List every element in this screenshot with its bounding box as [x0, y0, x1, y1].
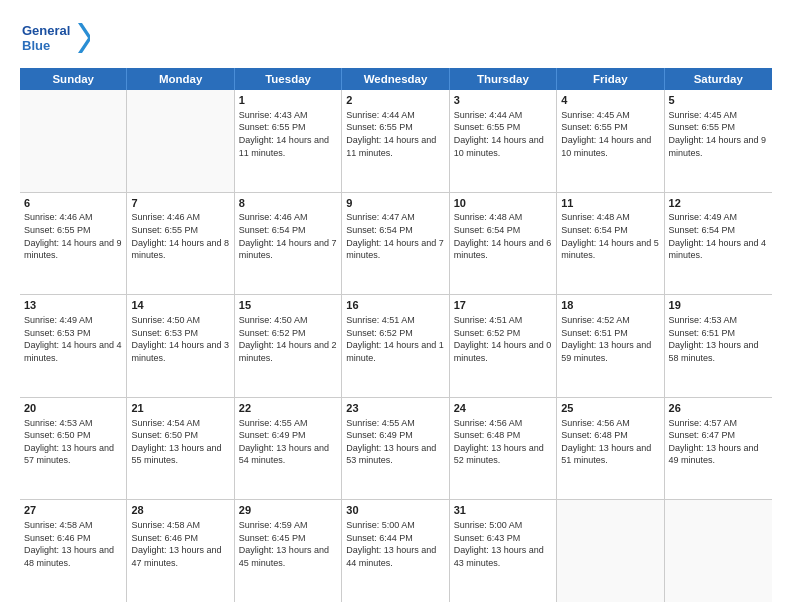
calendar-day-6: 6Sunrise: 4:46 AM Sunset: 6:55 PM Daylig… — [20, 193, 127, 295]
day-number: 28 — [131, 503, 229, 518]
day-number: 12 — [669, 196, 768, 211]
calendar-day-21: 21Sunrise: 4:54 AM Sunset: 6:50 PM Dayli… — [127, 398, 234, 500]
day-number: 26 — [669, 401, 768, 416]
sun-info: Sunrise: 4:50 AM Sunset: 6:52 PM Dayligh… — [239, 314, 337, 364]
sun-info: Sunrise: 4:52 AM Sunset: 6:51 PM Dayligh… — [561, 314, 659, 364]
day-number: 22 — [239, 401, 337, 416]
sun-info: Sunrise: 4:48 AM Sunset: 6:54 PM Dayligh… — [561, 211, 659, 261]
sun-info: Sunrise: 4:51 AM Sunset: 6:52 PM Dayligh… — [454, 314, 552, 364]
calendar-day-20: 20Sunrise: 4:53 AM Sunset: 6:50 PM Dayli… — [20, 398, 127, 500]
calendar-week-1: 1Sunrise: 4:43 AM Sunset: 6:55 PM Daylig… — [20, 90, 772, 193]
day-number: 16 — [346, 298, 444, 313]
calendar-header: SundayMondayTuesdayWednesdayThursdayFrid… — [20, 68, 772, 90]
svg-text:General: General — [22, 23, 70, 38]
calendar-day-11: 11Sunrise: 4:48 AM Sunset: 6:54 PM Dayli… — [557, 193, 664, 295]
day-number: 17 — [454, 298, 552, 313]
calendar-day-13: 13Sunrise: 4:49 AM Sunset: 6:53 PM Dayli… — [20, 295, 127, 397]
calendar-day-empty — [20, 90, 127, 192]
sun-info: Sunrise: 4:58 AM Sunset: 6:46 PM Dayligh… — [24, 519, 122, 569]
calendar-day-7: 7Sunrise: 4:46 AM Sunset: 6:55 PM Daylig… — [127, 193, 234, 295]
calendar-day-16: 16Sunrise: 4:51 AM Sunset: 6:52 PM Dayli… — [342, 295, 449, 397]
sun-info: Sunrise: 4:54 AM Sunset: 6:50 PM Dayligh… — [131, 417, 229, 467]
calendar-day-12: 12Sunrise: 4:49 AM Sunset: 6:54 PM Dayli… — [665, 193, 772, 295]
svg-marker-2 — [78, 23, 90, 53]
day-number: 13 — [24, 298, 122, 313]
sun-info: Sunrise: 4:46 AM Sunset: 6:55 PM Dayligh… — [131, 211, 229, 261]
sun-info: Sunrise: 4:45 AM Sunset: 6:55 PM Dayligh… — [561, 109, 659, 159]
logo-svg: General Blue — [20, 18, 90, 58]
header-day-saturday: Saturday — [665, 68, 772, 90]
sun-info: Sunrise: 4:49 AM Sunset: 6:53 PM Dayligh… — [24, 314, 122, 364]
calendar-day-19: 19Sunrise: 4:53 AM Sunset: 6:51 PM Dayli… — [665, 295, 772, 397]
calendar-day-17: 17Sunrise: 4:51 AM Sunset: 6:52 PM Dayli… — [450, 295, 557, 397]
day-number: 15 — [239, 298, 337, 313]
sun-info: Sunrise: 4:59 AM Sunset: 6:45 PM Dayligh… — [239, 519, 337, 569]
sun-info: Sunrise: 4:56 AM Sunset: 6:48 PM Dayligh… — [454, 417, 552, 467]
calendar-day-31: 31Sunrise: 5:00 AM Sunset: 6:43 PM Dayli… — [450, 500, 557, 602]
sun-info: Sunrise: 4:45 AM Sunset: 6:55 PM Dayligh… — [669, 109, 768, 159]
calendar-day-10: 10Sunrise: 4:48 AM Sunset: 6:54 PM Dayli… — [450, 193, 557, 295]
calendar-day-28: 28Sunrise: 4:58 AM Sunset: 6:46 PM Dayli… — [127, 500, 234, 602]
header-day-tuesday: Tuesday — [235, 68, 342, 90]
calendar-day-4: 4Sunrise: 4:45 AM Sunset: 6:55 PM Daylig… — [557, 90, 664, 192]
calendar-week-3: 13Sunrise: 4:49 AM Sunset: 6:53 PM Dayli… — [20, 295, 772, 398]
sun-info: Sunrise: 4:48 AM Sunset: 6:54 PM Dayligh… — [454, 211, 552, 261]
day-number: 21 — [131, 401, 229, 416]
sun-info: Sunrise: 4:44 AM Sunset: 6:55 PM Dayligh… — [346, 109, 444, 159]
day-number: 18 — [561, 298, 659, 313]
sun-info: Sunrise: 5:00 AM Sunset: 6:44 PM Dayligh… — [346, 519, 444, 569]
calendar-day-23: 23Sunrise: 4:55 AM Sunset: 6:49 PM Dayli… — [342, 398, 449, 500]
day-number: 25 — [561, 401, 659, 416]
day-number: 31 — [454, 503, 552, 518]
sun-info: Sunrise: 4:55 AM Sunset: 6:49 PM Dayligh… — [346, 417, 444, 467]
day-number: 11 — [561, 196, 659, 211]
sun-info: Sunrise: 4:47 AM Sunset: 6:54 PM Dayligh… — [346, 211, 444, 261]
sun-info: Sunrise: 4:53 AM Sunset: 6:51 PM Dayligh… — [669, 314, 768, 364]
page-header: General Blue — [20, 18, 772, 58]
day-number: 6 — [24, 196, 122, 211]
sun-info: Sunrise: 4:55 AM Sunset: 6:49 PM Dayligh… — [239, 417, 337, 467]
sun-info: Sunrise: 4:46 AM Sunset: 6:55 PM Dayligh… — [24, 211, 122, 261]
header-day-wednesday: Wednesday — [342, 68, 449, 90]
day-number: 14 — [131, 298, 229, 313]
day-number: 24 — [454, 401, 552, 416]
calendar-day-2: 2Sunrise: 4:44 AM Sunset: 6:55 PM Daylig… — [342, 90, 449, 192]
day-number: 2 — [346, 93, 444, 108]
day-number: 3 — [454, 93, 552, 108]
calendar-week-4: 20Sunrise: 4:53 AM Sunset: 6:50 PM Dayli… — [20, 398, 772, 501]
day-number: 30 — [346, 503, 444, 518]
calendar-day-14: 14Sunrise: 4:50 AM Sunset: 6:53 PM Dayli… — [127, 295, 234, 397]
calendar-day-22: 22Sunrise: 4:55 AM Sunset: 6:49 PM Dayli… — [235, 398, 342, 500]
calendar-day-empty — [557, 500, 664, 602]
day-number: 27 — [24, 503, 122, 518]
calendar-week-5: 27Sunrise: 4:58 AM Sunset: 6:46 PM Dayli… — [20, 500, 772, 602]
header-day-friday: Friday — [557, 68, 664, 90]
sun-info: Sunrise: 5:00 AM Sunset: 6:43 PM Dayligh… — [454, 519, 552, 569]
day-number: 20 — [24, 401, 122, 416]
calendar-day-empty — [665, 500, 772, 602]
sun-info: Sunrise: 4:44 AM Sunset: 6:55 PM Dayligh… — [454, 109, 552, 159]
svg-text:Blue: Blue — [22, 38, 50, 53]
day-number: 5 — [669, 93, 768, 108]
header-day-monday: Monday — [127, 68, 234, 90]
day-number: 8 — [239, 196, 337, 211]
day-number: 9 — [346, 196, 444, 211]
calendar-day-18: 18Sunrise: 4:52 AM Sunset: 6:51 PM Dayli… — [557, 295, 664, 397]
day-number: 4 — [561, 93, 659, 108]
sun-info: Sunrise: 4:43 AM Sunset: 6:55 PM Dayligh… — [239, 109, 337, 159]
day-number: 29 — [239, 503, 337, 518]
calendar-day-empty — [127, 90, 234, 192]
sun-info: Sunrise: 4:50 AM Sunset: 6:53 PM Dayligh… — [131, 314, 229, 364]
day-number: 19 — [669, 298, 768, 313]
sun-info: Sunrise: 4:46 AM Sunset: 6:54 PM Dayligh… — [239, 211, 337, 261]
sun-info: Sunrise: 4:51 AM Sunset: 6:52 PM Dayligh… — [346, 314, 444, 364]
calendar-day-26: 26Sunrise: 4:57 AM Sunset: 6:47 PM Dayli… — [665, 398, 772, 500]
sun-info: Sunrise: 4:56 AM Sunset: 6:48 PM Dayligh… — [561, 417, 659, 467]
calendar-day-29: 29Sunrise: 4:59 AM Sunset: 6:45 PM Dayli… — [235, 500, 342, 602]
calendar-day-27: 27Sunrise: 4:58 AM Sunset: 6:46 PM Dayli… — [20, 500, 127, 602]
calendar-week-2: 6Sunrise: 4:46 AM Sunset: 6:55 PM Daylig… — [20, 193, 772, 296]
calendar-body: 1Sunrise: 4:43 AM Sunset: 6:55 PM Daylig… — [20, 90, 772, 602]
header-day-sunday: Sunday — [20, 68, 127, 90]
calendar-day-5: 5Sunrise: 4:45 AM Sunset: 6:55 PM Daylig… — [665, 90, 772, 192]
calendar-day-9: 9Sunrise: 4:47 AM Sunset: 6:54 PM Daylig… — [342, 193, 449, 295]
